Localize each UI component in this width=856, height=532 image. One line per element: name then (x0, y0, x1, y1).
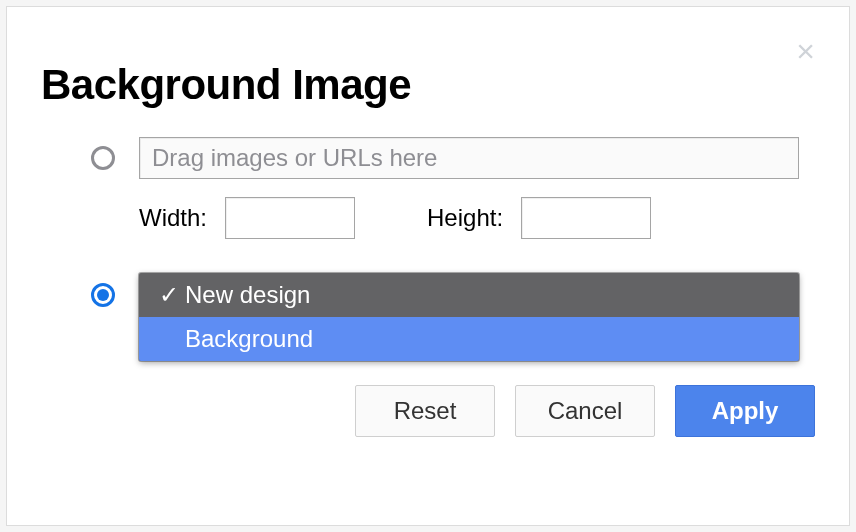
apply-button[interactable]: Apply (675, 385, 815, 437)
dialog-button-row: Reset Cancel Apply (41, 385, 815, 437)
dropdown-option-new-design[interactable]: ✓ New design (139, 273, 799, 317)
height-label: Height: (427, 204, 503, 232)
background-image-dialog: × Background Image Drag images or URLs h… (6, 6, 850, 526)
cancel-button[interactable]: Cancel (515, 385, 655, 437)
dropdown-option-background[interactable]: Background (139, 317, 799, 361)
dialog-title: Background Image (41, 61, 815, 109)
width-label: Width: (139, 204, 207, 232)
radio-image-source[interactable] (91, 146, 115, 170)
width-input[interactable] (225, 197, 355, 239)
dropzone-placeholder: Drag images or URLs here (152, 144, 437, 172)
image-dropzone[interactable]: Drag images or URLs here (139, 137, 799, 179)
close-icon[interactable]: × (796, 35, 815, 67)
target-select-row: ✓ New design Background (91, 273, 815, 361)
dropdown-option-label: New design (185, 281, 310, 309)
dropdown-option-label: Background (185, 325, 313, 353)
target-dropdown[interactable]: ✓ New design Background (139, 273, 799, 361)
image-source-row: Drag images or URLs here (91, 137, 815, 179)
check-icon: ✓ (159, 281, 185, 309)
dimensions-row: Width: Height: (139, 197, 815, 239)
reset-button[interactable]: Reset (355, 385, 495, 437)
radio-target-select[interactable] (91, 283, 115, 307)
height-input[interactable] (521, 197, 651, 239)
